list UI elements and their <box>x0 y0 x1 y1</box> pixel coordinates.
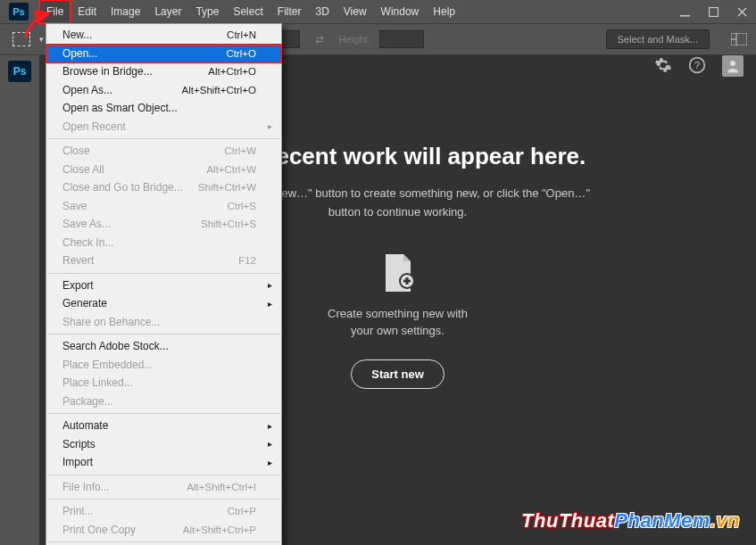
menu-filter[interactable]: Filter <box>270 0 309 23</box>
file-menu-open[interactable]: Open...Ctrl+O <box>46 45 281 63</box>
minimize-button[interactable] <box>670 0 699 23</box>
file-menu-automate[interactable]: Automate▸ <box>46 417 281 435</box>
file-menu-place-linked: Place Linked... <box>46 374 281 392</box>
menu-separator <box>47 413 280 414</box>
file-menu-new[interactable]: New...Ctrl+N <box>46 26 281 45</box>
file-menu-print-one-copy: Print One CopyAlt+Shift+Ctrl+P <box>46 521 281 540</box>
maximize-button[interactable] <box>699 0 727 23</box>
file-menu-dropdown: New...Ctrl+NOpen...Ctrl+OBrowse in Bridg… <box>46 23 282 545</box>
file-menu-print: Print...Ctrl+P <box>46 502 281 521</box>
file-menu-export[interactable]: Export▸ <box>46 277 281 295</box>
menu-edit[interactable]: Edit <box>71 0 104 23</box>
menu-separator <box>47 499 280 500</box>
menu-file[interactable]: File <box>39 0 71 23</box>
menu-layer[interactable]: Layer <box>147 0 188 23</box>
menu-image[interactable]: Image <box>104 0 147 23</box>
menu-separator <box>47 541 280 542</box>
file-menu-search-adobe-stock[interactable]: Search Adobe Stock... <box>46 337 281 356</box>
close-button[interactable] <box>727 0 756 23</box>
file-menu-open-as[interactable]: Open As...Alt+Shift+Ctrl+O <box>46 81 281 100</box>
menu-separator <box>47 334 280 334</box>
svg-rect-11 <box>403 279 411 282</box>
menu-window[interactable]: Window <box>374 0 427 23</box>
svg-text:?: ? <box>694 59 701 70</box>
create-subtext: Create something new with your own setti… <box>328 305 468 340</box>
workspace-switcher-icon[interactable] <box>729 29 749 49</box>
file-menu-browse-in-bridge[interactable]: Browse in Bridge...Alt+Ctrl+O <box>46 62 281 81</box>
new-file-icon <box>380 254 416 294</box>
menu-3d[interactable]: 3D <box>308 0 336 23</box>
svg-point-7 <box>730 61 735 66</box>
svg-rect-1 <box>709 7 718 16</box>
menubar: Ps FileEditImageLayerTypeSelectFilter3DV… <box>0 0 756 23</box>
menu-separator <box>47 475 280 475</box>
height-field <box>379 30 424 48</box>
file-menu-check-in: Check In... <box>46 234 281 252</box>
file-menu-share-on-behance: Share on Behance... <box>46 313 281 332</box>
app-logo: Ps <box>9 3 29 21</box>
menu-separator <box>47 138 280 139</box>
settings-icon[interactable] <box>654 56 672 77</box>
tool-strip: Ps <box>0 55 39 545</box>
file-menu-import[interactable]: Import▸ <box>46 453 281 472</box>
file-menu-generate[interactable]: Generate▸ <box>46 294 281 313</box>
file-menu-close-all: Close AllAlt+Ctrl+W <box>46 161 281 179</box>
menu-select[interactable]: Select <box>226 0 270 23</box>
file-menu-scripts[interactable]: Scripts▸ <box>46 435 281 454</box>
file-menu-file-info: File Info...Alt+Shift+Ctrl+I <box>46 478 281 497</box>
file-menu-open-recent: Open Recent▸ <box>46 118 281 136</box>
file-menu-close-and-go-to-bridge: Close and Go to Bridge...Shift+Ctrl+W <box>46 178 281 197</box>
help-icon[interactable]: ? <box>688 56 706 77</box>
height-label: Height: <box>339 34 370 45</box>
file-menu-revert: RevertF12 <box>46 252 281 270</box>
select-and-mask-button[interactable]: Select and Mask... <box>606 29 710 49</box>
file-menu-close: CloseCtrl+W <box>46 142 281 161</box>
account-avatar[interactable] <box>722 55 744 77</box>
file-menu-package: Package... <box>46 392 281 411</box>
menu-type[interactable]: Type <box>188 0 226 23</box>
tool-preset-chevron-icon[interactable]: ▾ <box>39 35 44 44</box>
svg-rect-0 <box>680 15 690 17</box>
file-menu-open-as-smart-object[interactable]: Open as Smart Object... <box>46 99 281 118</box>
ps-home-icon[interactable]: Ps <box>8 61 31 82</box>
menu-view[interactable]: View <box>336 0 374 23</box>
menu-separator <box>47 273 280 274</box>
window-controls <box>670 0 756 23</box>
swap-dimensions-icon[interactable]: ⇄ <box>309 29 330 50</box>
menu-help[interactable]: Help <box>426 0 462 23</box>
file-menu-save: SaveCtrl+S <box>46 197 281 216</box>
marquee-tool-icon[interactable] <box>12 32 30 46</box>
file-menu-save-as: Save As...Shift+Ctrl+S <box>46 215 281 234</box>
start-new-button[interactable]: Start new <box>351 359 444 389</box>
file-menu-place-embedded: Place Embedded... <box>46 356 281 375</box>
